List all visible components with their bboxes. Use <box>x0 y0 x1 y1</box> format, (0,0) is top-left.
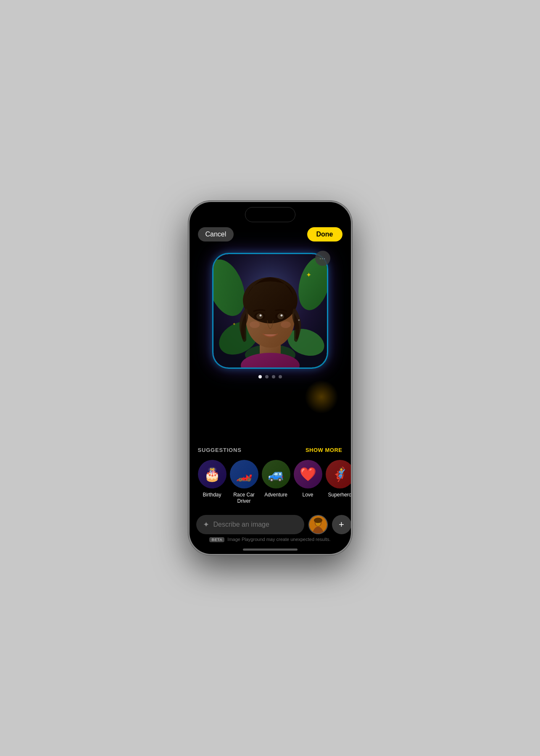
birthday-label: Birthday <box>203 492 221 499</box>
phone-frame: Cancel Done ··· <box>188 201 352 555</box>
dynamic-island <box>245 207 295 222</box>
svg-point-17 <box>264 327 269 330</box>
svg-point-15 <box>259 315 261 317</box>
svg-point-14 <box>277 313 284 319</box>
face-scene: ✦ ✦ ✦ <box>213 254 327 368</box>
suggestions-title: SUGGESTIONS <box>198 447 242 453</box>
suggestion-racecar[interactable]: 🏎️ Race CarDriver <box>230 460 258 505</box>
dot-3[interactable] <box>272 375 275 378</box>
text-input-wrap[interactable]: ✦ <box>196 515 304 534</box>
svg-text:✦: ✦ <box>298 318 300 322</box>
ambient-glow <box>305 380 338 414</box>
input-row: ✦ + <box>196 515 344 534</box>
dot-4[interactable] <box>279 375 282 378</box>
svg-point-10 <box>243 277 298 323</box>
describe-input[interactable] <box>213 521 298 528</box>
beta-badge: BETA <box>209 537 224 542</box>
beta-notice: BETA Image Playground may create unexpec… <box>196 534 344 543</box>
done-button[interactable]: Done <box>307 227 342 242</box>
avatar-button[interactable] <box>308 515 328 534</box>
add-button[interactable]: + <box>332 515 351 534</box>
racecar-icon: 🏎️ <box>230 460 258 488</box>
suggestions-header: SUGGESTIONS SHOW MORE <box>198 447 342 453</box>
svg-point-16 <box>280 315 282 317</box>
adventure-label: Adventure <box>264 492 287 499</box>
suggestions-row: 🎂 Birthday 🏎️ Race CarDriver 🚙 A <box>198 460 342 505</box>
adventure-icon: 🚙 <box>262 460 290 488</box>
ai-generated-image[interactable]: ✦ ✦ ✦ <box>213 254 327 368</box>
superhero-label: Superhero <box>328 492 350 499</box>
svg-point-13 <box>256 313 263 319</box>
svg-point-19 <box>250 321 260 328</box>
superhero-emoji: 🦸 <box>332 466 348 482</box>
home-indicator <box>243 549 298 551</box>
image-container: ··· <box>213 254 327 368</box>
page-dots <box>258 375 282 378</box>
racecar-label: Race CarDriver <box>233 492 255 505</box>
svg-text:✦: ✦ <box>306 271 311 278</box>
sparkle-icon: ✦ <box>203 520 209 529</box>
image-area: ··· <box>190 246 351 440</box>
svg-point-27 <box>313 518 322 523</box>
beta-text: Image Playground may create unexpected r… <box>227 537 330 542</box>
suggestion-adventure[interactable]: 🚙 Adventure <box>262 460 290 505</box>
phone-screen: Cancel Done ··· <box>190 202 351 554</box>
adventure-emoji: 🚙 <box>268 466 284 482</box>
cancel-button[interactable]: Cancel <box>198 227 234 242</box>
suggestion-superhero[interactable]: 🦸 Superhero <box>326 460 351 505</box>
love-label: Love <box>302 492 313 499</box>
dot-2[interactable] <box>265 375 269 378</box>
birthday-emoji: 🎂 <box>204 466 221 482</box>
birthday-icon: 🎂 <box>198 460 227 488</box>
dot-1[interactable] <box>258 375 262 378</box>
more-options-button[interactable]: ··· <box>315 251 330 266</box>
suggestions-section: SUGGESTIONS SHOW MORE 🎂 Birthday 🏎️ Race <box>190 440 351 510</box>
suggestion-love[interactable]: ❤️ Love <box>294 460 322 505</box>
plus-icon: + <box>339 519 344 530</box>
svg-text:✦: ✦ <box>232 322 236 326</box>
superhero-icon: 🦸 <box>326 460 351 488</box>
bottom-area: ✦ + <box>190 510 351 547</box>
svg-point-20 <box>281 321 291 328</box>
love-icon: ❤️ <box>294 460 322 488</box>
svg-point-18 <box>271 327 276 330</box>
avatar-image <box>309 516 327 533</box>
love-emoji: ❤️ <box>300 466 316 482</box>
suggestion-birthday[interactable]: 🎂 Birthday <box>198 460 227 505</box>
show-more-button[interactable]: SHOW MORE <box>306 447 342 453</box>
racecar-emoji: 🏎️ <box>236 466 253 482</box>
